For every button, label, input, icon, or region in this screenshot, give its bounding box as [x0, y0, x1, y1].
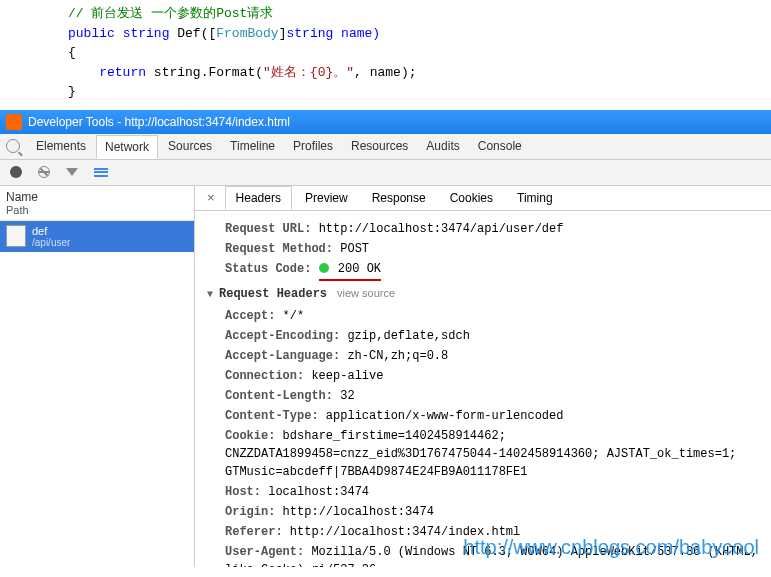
header-value: application/x-www-form-urlencoded — [319, 409, 564, 423]
header-key: Content-Length: — [225, 389, 333, 403]
header-row: Content-Length: 32 — [207, 386, 759, 406]
method: Def( — [169, 26, 208, 41]
header-row: User-Agent: Mozilla/5.0 (Windows NT 6.3;… — [207, 542, 759, 567]
header-row: Cookie: bdshare_firstime=1402458914462; … — [207, 426, 759, 482]
string-literal: "姓名：{0}。" — [263, 65, 354, 80]
tab-elements[interactable]: Elements — [28, 135, 94, 157]
param: string name) — [287, 26, 381, 41]
header-value: bdshare_firstime=1402458914462; CNZZDATA… — [225, 429, 736, 479]
tab-timing[interactable]: Timing — [506, 186, 564, 210]
header-value: http://localhost:3474/index.html — [283, 525, 521, 539]
document-icon — [6, 225, 26, 247]
col-path: Path — [6, 204, 188, 216]
header-row: Origin: http://localhost:3474 — [207, 502, 759, 522]
brace: { — [68, 43, 771, 63]
section-request-headers[interactable]: Request Headersview source — [207, 282, 759, 306]
tab-preview[interactable]: Preview — [294, 186, 359, 210]
panel-tabs: × Headers Preview Response Cookies Timin… — [195, 186, 771, 211]
header-key: Connection: — [225, 369, 304, 383]
devtools-title: Developer Tools - http://localhost:3474/… — [28, 115, 290, 129]
code-comment: // 前台发送 一个参数的Post请求 — [68, 6, 273, 21]
label: Request URL: — [225, 222, 311, 236]
header-value: localhost:3474 — [261, 485, 369, 499]
punct: ] — [279, 26, 287, 41]
header-key: User-Agent: — [225, 545, 304, 559]
attr: FromBody — [216, 26, 278, 41]
header-row: Referer: http://localhost:3474/index.htm… — [207, 522, 759, 542]
value: http://localhost:3474/api/user/def — [319, 222, 564, 236]
call: string.Format( — [146, 65, 263, 80]
tab-timeline[interactable]: Timeline — [222, 135, 283, 157]
header-row: Content-Type: application/x-www-form-url… — [207, 406, 759, 426]
header-row: Connection: keep-alive — [207, 366, 759, 386]
label: Request Method: — [225, 242, 333, 256]
tab-network[interactable]: Network — [96, 135, 158, 159]
tab-sources[interactable]: Sources — [160, 135, 220, 157]
kw: return — [99, 65, 146, 80]
tab-headers[interactable]: Headers — [225, 186, 292, 210]
tab-profiles[interactable]: Profiles — [285, 135, 341, 157]
header-row: Host: localhost:3474 — [207, 482, 759, 502]
kw: string — [123, 26, 170, 41]
header-key: Content-Type: — [225, 409, 319, 423]
kw: public — [68, 26, 115, 41]
header-value: Mozilla/5.0 (Windows NT 6.3; WOW64) Appl… — [225, 545, 758, 567]
header-key: Accept-Language: — [225, 349, 340, 363]
header-key: Host: — [225, 485, 261, 499]
brace: } — [68, 82, 771, 102]
header-row: Accept: */* — [207, 306, 759, 326]
record-icon[interactable] — [10, 166, 22, 178]
header-value: zh-CN,zh;q=0.8 — [340, 349, 448, 363]
request-item[interactable]: def /api/user — [0, 221, 194, 252]
header-value: 32 — [333, 389, 355, 403]
devtools-titlebar: Developer Tools - http://localhost:3474/… — [0, 110, 771, 134]
headers-panel: Request URL: http://localhost:3474/api/u… — [195, 211, 771, 567]
devtools-toolbar: Elements Network Sources Timeline Profil… — [0, 134, 771, 160]
header-value: gzip,deflate,sdch — [340, 329, 470, 343]
search-icon[interactable] — [6, 139, 20, 153]
tab-cookies[interactable]: Cookies — [439, 186, 504, 210]
view-source-link[interactable]: view source — [337, 287, 395, 299]
tail: , name); — [354, 65, 416, 80]
col-name: Name — [6, 190, 188, 204]
label: Status Code: — [225, 262, 311, 276]
header-key: Cookie: — [225, 429, 275, 443]
section-label: Request Headers — [219, 287, 327, 301]
header-key: Referer: — [225, 525, 283, 539]
devtools-main: Name Path def /api/user × Headers Previe… — [0, 186, 771, 567]
header-row: Accept-Language: zh-CN,zh;q=0.8 — [207, 346, 759, 366]
code-editor: // 前台发送 一个参数的Post请求 public string Def([F… — [0, 0, 771, 110]
status-value: 200 OK — [338, 262, 381, 276]
request-path: /api/user — [32, 237, 188, 248]
tab-console[interactable]: Console — [470, 135, 530, 157]
close-icon[interactable]: × — [199, 190, 223, 205]
header-row: Accept-Encoding: gzip,deflate,sdch — [207, 326, 759, 346]
header-value: http://localhost:3474 — [275, 505, 433, 519]
tab-resources[interactable]: Resources — [343, 135, 416, 157]
tab-response[interactable]: Response — [361, 186, 437, 210]
filter-icon[interactable] — [66, 168, 78, 176]
header-key: Origin: — [225, 505, 275, 519]
header-value: keep-alive — [304, 369, 383, 383]
value: POST — [340, 242, 369, 256]
header-key: Accept-Encoding: — [225, 329, 340, 343]
tab-audits[interactable]: Audits — [418, 135, 467, 157]
network-filter-bar — [0, 160, 771, 186]
view-icon[interactable] — [94, 168, 108, 177]
request-name: def — [32, 225, 188, 237]
request-list-header: Name Path — [0, 186, 194, 221]
status-dot-icon — [319, 263, 329, 273]
details-pane: × Headers Preview Response Cookies Timin… — [195, 186, 771, 567]
request-list: Name Path def /api/user — [0, 186, 195, 567]
header-value: */* — [275, 309, 304, 323]
clear-icon[interactable] — [38, 166, 50, 178]
devtools-icon — [6, 114, 22, 130]
header-key: Accept: — [225, 309, 275, 323]
